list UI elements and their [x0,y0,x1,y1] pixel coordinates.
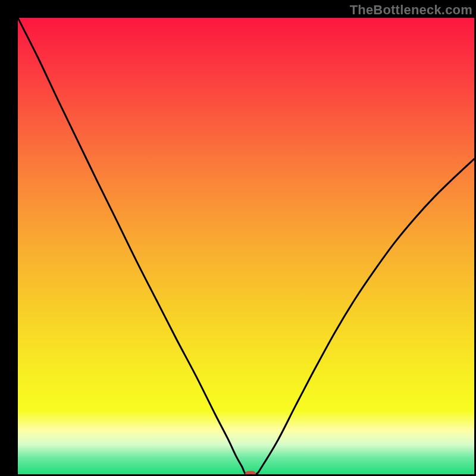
plot-area [18,18,474,474]
watermark-text: TheBottleneck.com [350,2,472,18]
optimal-marker [245,471,256,475]
chart-frame: TheBottleneck.com [0,0,476,476]
bottleneck-curve [18,18,474,474]
